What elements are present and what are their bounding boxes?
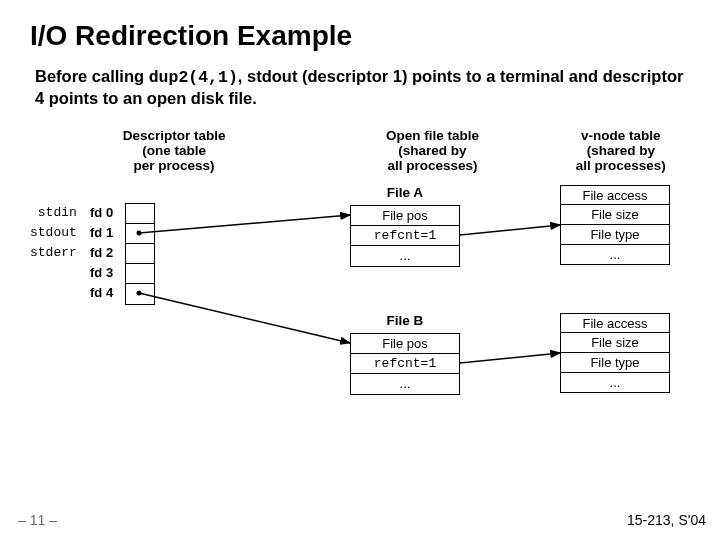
descriptor-table — [125, 203, 155, 305]
slide-number: – 11 – — [18, 512, 57, 528]
svg-line-2 — [139, 293, 350, 343]
fileb-pos: File pos — [351, 334, 459, 354]
fileb-title: File B — [350, 313, 460, 328]
fileb-box: File pos refcnt=1 ... — [350, 333, 460, 395]
vnodea-dots: ... — [560, 245, 670, 265]
course-footer: 15-213, S'04 — [627, 512, 706, 528]
fd-numbers: fd 0 fd 1 fd 2 fd 3 fd 4 — [90, 203, 113, 303]
slide-title: I/O Redirection Example — [30, 20, 700, 52]
intro-text: Before calling dup2(4,1), stdout (descri… — [35, 66, 695, 110]
label-stdout: stdout — [30, 223, 77, 243]
header-descriptor-table: Descriptor table (one table per process) — [85, 128, 263, 173]
vnodeb-dots: ... — [560, 373, 670, 393]
header-open-file-table: Open file table (shared by all processes… — [353, 128, 511, 173]
filea-box: File pos refcnt=1 ... — [350, 205, 460, 267]
vnodeb-size: File size — [560, 333, 670, 353]
diagram: stdin stdout stderr fd 0 fd 1 fd 2 fd 3 … — [30, 183, 700, 493]
fd-cell-3 — [126, 264, 154, 284]
vnodeb-type: File type — [560, 353, 670, 373]
vnodea-box: File access File size File type ... — [560, 185, 670, 265]
fd-cell-1 — [126, 224, 154, 244]
vnodeb-box: File access File size File type ... — [560, 313, 670, 393]
vnodea-type: File type — [560, 225, 670, 245]
header-vnode-table: v-node table (shared by all processes) — [542, 128, 700, 173]
intro-pre: Before calling — [35, 67, 149, 85]
fd-cell-2 — [126, 244, 154, 264]
filea-pos: File pos — [351, 206, 459, 226]
filea-dots: ... — [351, 246, 459, 266]
fd3-label: fd 3 — [90, 263, 113, 283]
vnodea-size: File size — [560, 205, 670, 225]
fd0-label: fd 0 — [90, 203, 113, 223]
fileb-ref: refcnt=1 — [351, 354, 459, 374]
filea-ref: refcnt=1 — [351, 226, 459, 246]
filea-title: File A — [350, 185, 460, 200]
fd1-label: fd 1 — [90, 223, 113, 243]
vnodea-access: File access — [560, 185, 670, 205]
fd4-label: fd 4 — [90, 283, 113, 303]
fd2-label: fd 2 — [90, 243, 113, 263]
svg-line-5 — [460, 353, 560, 363]
label-stderr: stderr — [30, 243, 77, 263]
label-stdin: stdin — [30, 203, 77, 223]
svg-line-0 — [139, 215, 350, 233]
column-headers: Descriptor table (one table per process)… — [30, 128, 700, 173]
fileb-dots: ... — [351, 374, 459, 394]
fd-cell-0 — [126, 204, 154, 224]
svg-line-4 — [460, 225, 560, 235]
fd-cell-4 — [126, 284, 154, 304]
fd-stdio-labels: stdin stdout stderr — [30, 203, 77, 263]
vnodeb-access: File access — [560, 313, 670, 333]
intro-code: dup2(4,1) — [149, 68, 238, 87]
